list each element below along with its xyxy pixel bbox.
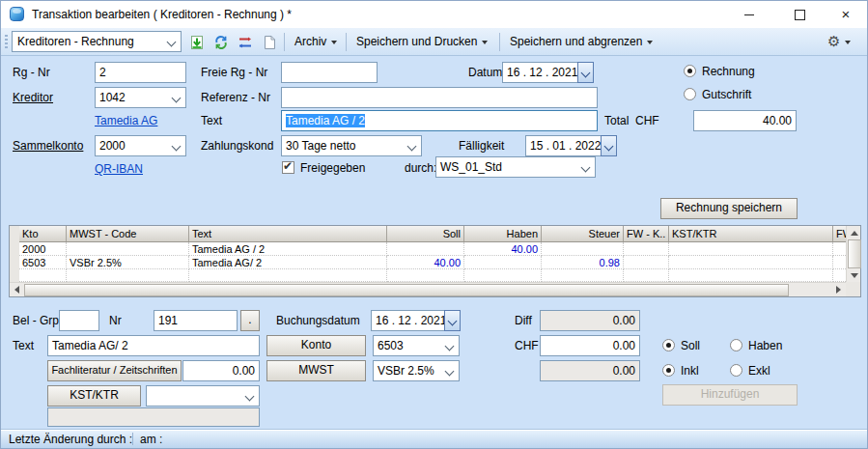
konto-button[interactable]: Konto (266, 335, 366, 356)
exkl-radio[interactable] (730, 364, 742, 377)
col-header-kst-ktr[interactable]: KST/KTR (669, 226, 833, 241)
menu-speichern-und-abgrenzen[interactable]: Speichern und abgrenzen (504, 31, 658, 52)
kst-ktr-button[interactable]: KST/KTR (47, 385, 141, 407)
horizontal-scrollbar[interactable] (10, 282, 846, 296)
rg-nr-input[interactable]: 2 (95, 62, 186, 83)
scroll-up-button[interactable] (847, 226, 861, 239)
import-button[interactable] (186, 32, 208, 52)
menu-speichern-und-drucken[interactable]: Speichern und Drucken (350, 31, 493, 52)
col-header-haben[interactable]: Haben (464, 226, 542, 241)
cell-mwst[interactable] (67, 242, 189, 256)
rechnung-speichern-button[interactable]: Rechnung speichern (660, 198, 798, 219)
settings-button[interactable]: ⚙ (827, 31, 851, 52)
detail-text-input[interactable]: Tamedia AG/ 2 (47, 335, 260, 356)
close-button[interactable]: × (831, 4, 860, 25)
konto-combo[interactable]: 6503 (373, 335, 460, 356)
faelligkeit-dropdown-button[interactable] (601, 135, 617, 156)
statusbar-separator (132, 433, 133, 445)
soll-radio[interactable] (662, 339, 675, 351)
toolbar-grip[interactable] (5, 35, 8, 50)
faelligkeit-input[interactable]: 15 . 01 . 2022 (525, 135, 602, 156)
scroll-right-button[interactable] (831, 283, 846, 296)
kreditor-name-link[interactable]: Tamedia AG (95, 114, 157, 127)
cell-haben[interactable]: 40.00 (464, 242, 542, 256)
mwst-button[interactable]: MWST (266, 360, 366, 381)
scrollbar-thumb[interactable] (24, 284, 789, 296)
col-header-kto[interactable]: Kto (19, 226, 67, 241)
table-row[interactable]: 6503 VSBr 2.5% Tamedia AG/ 2 40.00 0.98 (19, 256, 846, 269)
kreditor-combo[interactable]: 1042 (95, 87, 186, 108)
datum-dropdown-button[interactable] (577, 62, 594, 83)
zahlungskond-combo[interactable]: 30 Tage netto (281, 135, 422, 156)
chf-amount-input[interactable]: 0.00 (540, 335, 640, 356)
gutschrift-radio[interactable] (684, 88, 696, 100)
chevron-down-icon (604, 142, 614, 152)
cell-steuer[interactable] (542, 242, 624, 256)
durch-combo[interactable]: WS_01_Std (435, 156, 596, 178)
cell-kst-ktr[interactable] (669, 242, 833, 256)
freigegeben-checkbox[interactable] (282, 161, 294, 174)
buchungsdatum-input[interactable]: 16 . 12 . 2021 (371, 310, 445, 331)
maximize-button[interactable] (785, 4, 814, 25)
cell-soll[interactable]: 40.00 (387, 256, 464, 269)
buchungsdatum-dropdown-button[interactable] (444, 310, 461, 331)
mwst-combo[interactable]: VSBr 2.5% (373, 360, 460, 381)
nr-input[interactable]: 191 (154, 310, 238, 331)
rechnung-radio[interactable] (684, 65, 696, 77)
cell-fw-k[interactable] (624, 242, 669, 256)
chevron-down-icon (407, 142, 417, 152)
new-document-button[interactable] (259, 32, 280, 52)
haben-radio[interactable] (730, 339, 742, 351)
adjust-plus-minus-button[interactable] (235, 32, 256, 52)
kst-info-field (47, 407, 260, 427)
cell-text[interactable]: Tamedia AG / 2 (189, 242, 387, 256)
scrollbar-thumb[interactable] (848, 239, 861, 268)
col-header-fw[interactable]: FW (833, 226, 846, 241)
qr-iban-link[interactable]: QR-IBAN (95, 162, 143, 176)
cell-kto[interactable]: 2000 (19, 242, 67, 256)
datum-input[interactable]: 16 . 12 . 2021 (502, 62, 578, 83)
minimize-button[interactable] (735, 4, 764, 25)
cell-fw[interactable] (833, 242, 846, 256)
konto-amount-field[interactable]: 0.00 (182, 360, 260, 381)
hinzufuegen-button[interactable]: Hinzufügen (662, 384, 798, 406)
cell-haben[interactable] (464, 256, 542, 269)
col-header-text[interactable]: Text (189, 226, 387, 241)
view-selector-combo[interactable]: Kreditoren - Rechnung (12, 31, 182, 52)
dot-button[interactable]: . (240, 310, 260, 331)
freie-rg-nr-input[interactable] (281, 62, 378, 83)
vertical-scrollbar[interactable] (846, 226, 860, 282)
arrow-down-icon (851, 273, 858, 278)
scroll-left-button[interactable] (10, 283, 24, 296)
total-label: Total (604, 114, 629, 127)
cell-kst-ktr[interactable] (669, 256, 833, 269)
col-header-mwst-code[interactable]: MWST - Code (67, 226, 189, 241)
cell-mwst[interactable]: VSBr 2.5% (67, 256, 189, 269)
sammelkonto-combo[interactable]: 2000 (95, 135, 186, 156)
col-header-fw-k[interactable]: FW - K.. (624, 226, 669, 241)
kreditor-label[interactable]: Kreditor (13, 91, 53, 104)
cell-soll[interactable] (387, 242, 464, 256)
referenz-nr-input[interactable] (281, 87, 598, 108)
text-input[interactable]: Tamedia AG / 2 (281, 110, 598, 131)
table-row[interactable]: 2000 Tamedia AG / 2 40.00 (19, 242, 846, 256)
bel-grp-input[interactable] (59, 310, 99, 331)
sammelkonto-label[interactable]: Sammelkonto (13, 139, 83, 153)
konto-name-button[interactable]: Fachliteratur / Zeitschriften (47, 360, 182, 381)
cell-fw-k[interactable] (624, 256, 669, 269)
scroll-down-button[interactable] (847, 268, 861, 282)
refresh-button[interactable] (210, 32, 232, 52)
col-header-steuer[interactable]: Steuer (542, 226, 624, 241)
inkl-radio[interactable] (662, 364, 675, 377)
arrow-up-icon (851, 231, 858, 236)
cell-steuer[interactable]: 0.98 (542, 256, 624, 269)
cell-text[interactable]: Tamedia AG/ 2 (189, 256, 387, 269)
kst-ktr-combo[interactable] (146, 385, 260, 407)
total-input[interactable]: 40.00 (693, 110, 797, 131)
cell-fw[interactable] (833, 256, 846, 269)
menu-archiv[interactable]: Archiv (289, 31, 343, 52)
diff-label: Diff (515, 314, 532, 327)
cell-kto[interactable]: 6503 (19, 256, 67, 269)
am-label: am : (140, 433, 162, 446)
col-header-soll[interactable]: Soll (387, 226, 464, 241)
